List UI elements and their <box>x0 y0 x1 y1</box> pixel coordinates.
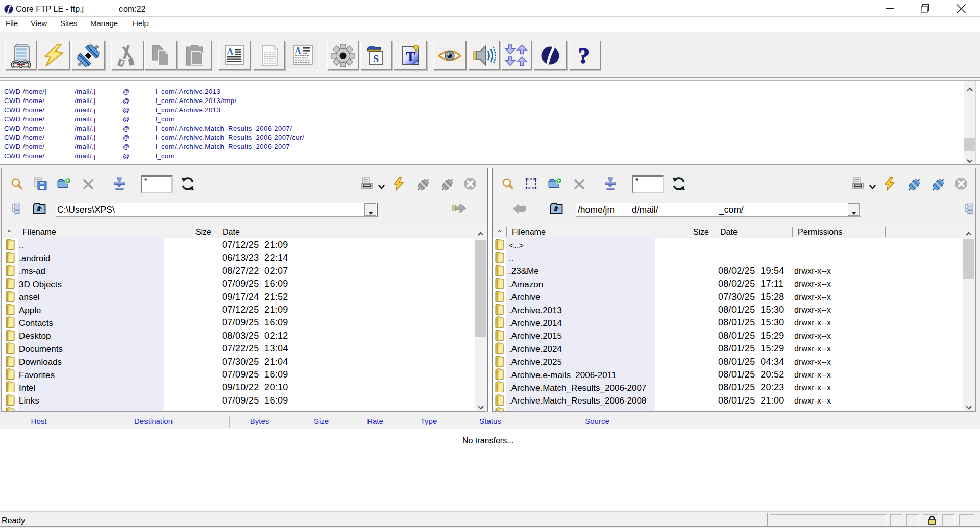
svg-text:T: T <box>406 48 415 64</box>
svg-text:S: S <box>373 53 379 64</box>
svg-text:A: A <box>227 46 234 57</box>
svg-text:A: A <box>295 46 301 56</box>
svg-text:?: ? <box>578 44 590 67</box>
